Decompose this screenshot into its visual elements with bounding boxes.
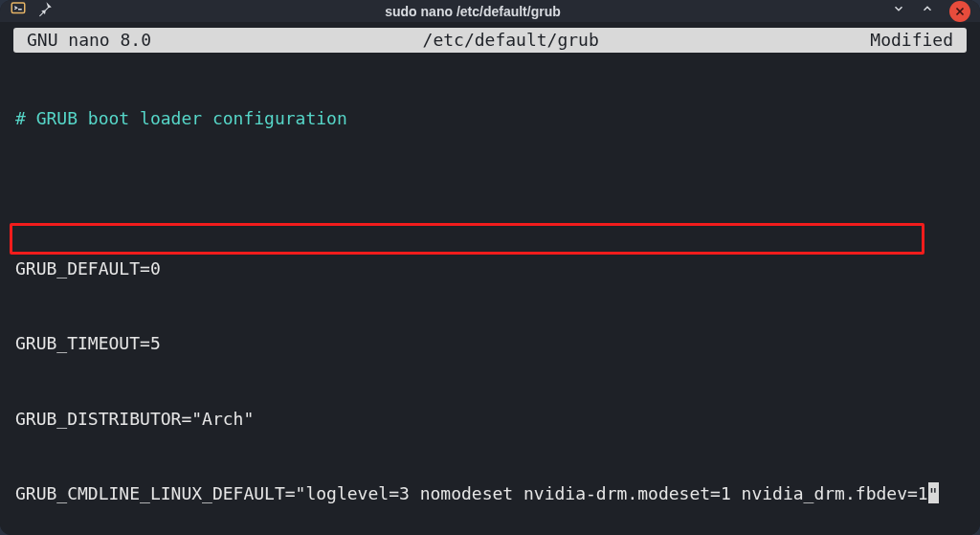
nano-statusbar: GNU nano 8.0 /etc/default/grub Modified	[13, 28, 967, 53]
svg-rect-0	[11, 3, 25, 13]
code-line	[15, 182, 965, 207]
titlebar-right-icons	[892, 1, 970, 22]
pin-icon[interactable]	[36, 0, 54, 22]
terminal-app-icon	[10, 0, 27, 22]
code-line: GRUB_CMDLINE_LINUX_DEFAULT="loglevel=3 n…	[15, 481, 965, 506]
code-line: # GRUB boot loader configuration	[15, 106, 965, 131]
nano-version: GNU nano 8.0	[27, 28, 151, 53]
terminal-body[interactable]: GNU nano 8.0 /etc/default/grub Modified …	[0, 22, 980, 535]
code-line: GRUB_DISTRIBUTOR="Arch"	[15, 407, 965, 432]
window-title: sudo nano /etc/default/grub	[54, 2, 892, 21]
maximize-button[interactable]	[921, 1, 934, 20]
window-titlebar: sudo nano /etc/default/grub	[0, 0, 980, 22]
nano-filename: /etc/default/grub	[163, 28, 858, 53]
close-button[interactable]	[949, 1, 970, 22]
editor-content[interactable]: # GRUB boot loader configuration GRUB_DE…	[0, 53, 980, 535]
code-line: GRUB_TIMEOUT=5	[15, 331, 965, 356]
code-line: GRUB_DEFAULT=0	[15, 256, 965, 281]
nano-modified-flag: Modified	[870, 28, 953, 53]
minimize-button[interactable]	[892, 1, 905, 20]
text-cursor: "	[928, 482, 939, 503]
titlebar-left-icons	[10, 0, 54, 22]
terminal-window: sudo nano /etc/default/grub GNU nano 8.0…	[0, 0, 980, 535]
